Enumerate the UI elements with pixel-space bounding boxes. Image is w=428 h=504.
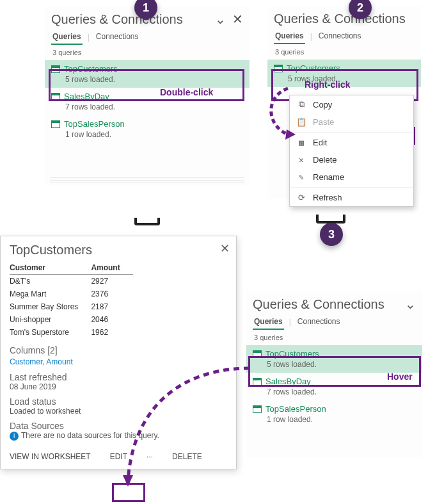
table-row: Tom's Superstore1962 (10, 326, 133, 339)
tooltip-title: TopCustomers (10, 243, 227, 257)
col-customer: Customer (10, 261, 91, 275)
refresh-icon: ⟳ (296, 193, 306, 202)
table-row: D&T's2927 (10, 275, 133, 288)
table-row: Uni-shopper2046 (10, 313, 133, 326)
chevron-down-icon[interactable]: ⌄ (405, 297, 416, 312)
table-icon (51, 120, 60, 128)
query-status: 1 row loaded. (267, 415, 416, 424)
table-row: Summer Bay Stores2187 (10, 300, 133, 313)
menu-refresh[interactable]: ⟳Refresh (290, 189, 413, 206)
panel-title: Queries & Connections ⌄ (246, 291, 422, 314)
tab-connections[interactable]: Connections (95, 29, 140, 45)
svg-marker-1 (123, 475, 133, 487)
query-status: 1 row loaded. (65, 130, 243, 139)
stack-shadow (50, 175, 244, 184)
close-icon[interactable]: ✕ (232, 12, 243, 27)
query-item-topsalesperson[interactable]: TopSalesPerson 1 row loaded. (45, 115, 250, 143)
table-row: Mega Mart2376 (10, 288, 133, 300)
chevron-down-icon[interactable]: ⌄ (215, 12, 226, 27)
step-badge-3: 3 (320, 223, 343, 246)
menu-rename[interactable]: ✎Rename (290, 168, 413, 186)
query-count: 3 queries (267, 44, 421, 60)
tab-queries[interactable]: Queries (274, 29, 305, 44)
view-in-worksheet-button[interactable]: VIEW IN WORKSHEET (10, 452, 91, 461)
title-text: Queries & Connections (51, 12, 183, 27)
query-count: 3 queries (45, 45, 250, 60)
bracket-icon (316, 215, 345, 224)
title-text: Queries & Connections (274, 12, 406, 26)
query-name: TopSalesPerson (64, 119, 125, 129)
query-count: 3 queries (246, 330, 422, 345)
panel-title: Queries & Connections (267, 6, 421, 29)
menu-edit[interactable]: ▦Edit (290, 134, 413, 151)
tab-queries[interactable]: Queries (51, 29, 83, 45)
query-status: 7 rows loaded. (267, 387, 416, 396)
annotation-double-click: Double-click (160, 87, 213, 97)
query-name: TopSalesPerson (266, 404, 326, 414)
query-item-topsalesperson[interactable]: TopSalesPerson 1 row loaded. (246, 400, 422, 428)
menu-copy[interactable]: ⧉Copy (290, 95, 413, 113)
tab-queries[interactable]: Queries (253, 314, 284, 330)
close-icon[interactable]: ✕ (220, 241, 230, 256)
highlight-box-1 (49, 69, 244, 101)
title-text: Queries & Connections (253, 297, 384, 312)
tab-connections[interactable]: Connections (296, 314, 342, 330)
delete-icon: ✕ (296, 155, 306, 165)
annotation-hover: Hover (387, 371, 413, 382)
col-amount: Amount (91, 261, 132, 275)
columns-label: Columns [2] (10, 345, 227, 355)
menu-paste: 📋Paste (290, 113, 413, 131)
columns-link[interactable]: Customer, Amount (10, 357, 73, 366)
menu-delete[interactable]: ✕Delete (290, 151, 413, 168)
svg-marker-0 (285, 129, 296, 140)
info-icon: i (10, 432, 19, 441)
bracket-icon (134, 218, 160, 225)
rename-icon: ✎ (296, 172, 306, 182)
annotation-right-click: Right-click (305, 79, 351, 90)
preview-table: CustomerAmount D&T's2927 Mega Mart2376 S… (10, 261, 133, 339)
query-status: 7 rows loaded. (65, 102, 243, 111)
tab-connections[interactable]: Connections (317, 29, 363, 44)
context-menu: ⧉Copy 📋Paste ▦Edit ✕Delete ✎Rename ⟳Refr… (289, 95, 414, 207)
